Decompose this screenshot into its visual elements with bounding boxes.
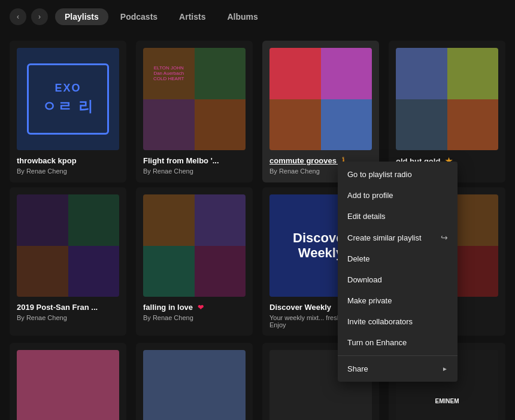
context-menu: Go to playlist radio Add to profile Edit…: [338, 162, 458, 382]
tab-albums[interactable]: Albums: [217, 8, 267, 25]
menu-item-share[interactable]: Share ►: [338, 358, 458, 379]
menu-item-add-to-profile[interactable]: Add to profile: [338, 185, 458, 206]
card-image-flight: ELTON JOHNDan AuerbachCOLD HEART: [143, 48, 246, 150]
card-bottom-2[interactable]: [136, 343, 253, 420]
image-bottom-2: [143, 350, 246, 420]
card-title-flight: Flight from Melbo '...: [143, 156, 246, 165]
heart-icon: ❤: [198, 303, 204, 312]
image-bottom-1: [17, 350, 119, 420]
card-bottom-1[interactable]: [10, 343, 126, 420]
card-title-2019: 2019 Post-San Fran ...: [17, 303, 119, 312]
card-2019[interactable]: 2019 Post-San Fran ... By Renae Cheng: [10, 187, 126, 336]
menu-item-delete[interactable]: Delete: [338, 248, 458, 269]
card-subtitle-flight: By Renae Cheng: [143, 168, 246, 175]
nav-arrows: ‹ ›: [10, 8, 48, 25]
tab-podcasts[interactable]: Podcasts: [111, 8, 167, 25]
card-image-throwback: EXO ㅇㄹ 리: [17, 48, 119, 150]
card-title-fall: falling in love ❤: [143, 303, 246, 312]
menu-item-create-similar[interactable]: Create similar playlist ↪: [338, 227, 458, 248]
menu-item-turn-on-enhance[interactable]: Turn on Enhance: [338, 332, 458, 353]
menu-divider: [338, 355, 458, 356]
nav-tabs: Playlists Podcasts Artists Albums: [55, 8, 268, 25]
card-title-throwback: throwback kpop: [17, 156, 119, 165]
card-image-commute: [269, 48, 372, 150]
tab-playlists[interactable]: Playlists: [55, 8, 108, 25]
card-falling-in-love[interactable]: falling in love ❤ By Renae Cheng: [136, 187, 253, 336]
forward-button[interactable]: ›: [31, 8, 48, 25]
card-flight[interactable]: ELTON JOHNDan AuerbachCOLD HEART Flight …: [136, 41, 253, 182]
menu-item-invite-collaborators[interactable]: Invite collaborators: [338, 311, 458, 332]
card-image-2019: [17, 194, 119, 297]
card-image-fall: [143, 194, 246, 297]
tab-artists[interactable]: Artists: [169, 8, 215, 25]
card-subtitle-fall: By Renae Cheng: [143, 314, 246, 321]
card-throwback-kpop[interactable]: EXO ㅇㄹ 리 throwback kpop By Renae Cheng: [10, 41, 126, 182]
card-image-gold: [396, 48, 498, 150]
back-button[interactable]: ‹: [10, 8, 26, 25]
menu-item-download[interactable]: Download: [338, 269, 458, 290]
card-subtitle-throwback: By Renae Cheng: [17, 168, 119, 175]
top-nav: ‹ › Playlists Podcasts Artists Albums: [0, 0, 515, 34]
menu-item-make-private[interactable]: Make private: [338, 290, 458, 311]
chevron-icon-share: ►: [442, 366, 448, 372]
menu-item-go-to-radio[interactable]: Go to playlist radio: [338, 164, 458, 185]
card-subtitle-2019: By Renae Cheng: [17, 314, 119, 321]
chevron-icon-create-similar: ↪: [441, 233, 448, 242]
menu-item-edit-details[interactable]: Edit details: [338, 206, 458, 227]
